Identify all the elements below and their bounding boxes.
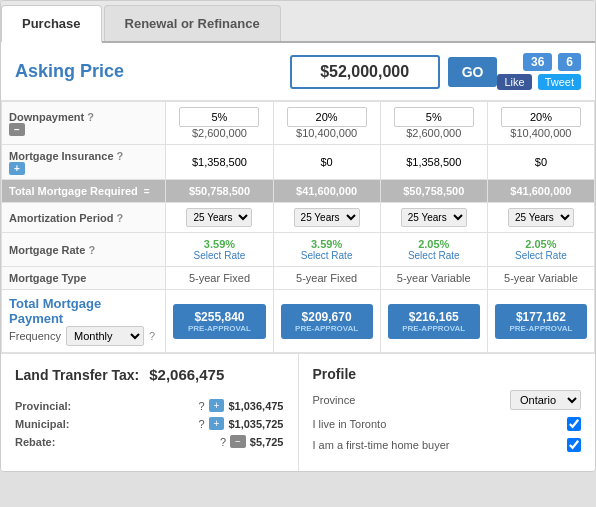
- payment-label: Total Mortgage Payment: [9, 296, 158, 326]
- amort-cell-3: 25 Years30 Years: [380, 203, 487, 233]
- insurance-help-icon[interactable]: ?: [117, 150, 124, 162]
- rebate-row: Rebate: ? − $5,725: [15, 435, 284, 448]
- toronto-label: I live in Toronto: [313, 418, 387, 430]
- provincial-plus-icon[interactable]: +: [209, 399, 225, 412]
- select-rate-4[interactable]: Select Rate: [495, 250, 587, 261]
- payment-btn-3[interactable]: $216,165 PRE-APPROVAL: [388, 304, 480, 339]
- frequency-select[interactable]: MonthlyBi-WeeklyWeekly: [66, 326, 144, 346]
- total-payment-row: Total Mortgage Payment Frequency Monthly…: [2, 290, 595, 353]
- social-row-bottom: Like Tweet: [497, 74, 581, 90]
- downpayment-minus-icon[interactable]: −: [9, 123, 25, 136]
- firsttime-row: I am a first-time home buyer: [313, 438, 582, 452]
- rate-value-2: 3.59%: [281, 238, 373, 250]
- municipal-help-icon[interactable]: ?: [198, 418, 204, 430]
- payment-btn-4[interactable]: $177,162 PRE-APPROVAL: [495, 304, 587, 339]
- select-rate-2[interactable]: Select Rate: [281, 250, 373, 261]
- downpayment-help-icon[interactable]: ?: [87, 111, 94, 123]
- rate-cell-2: 3.59% Select Rate: [273, 233, 380, 267]
- tab-renewal[interactable]: Renewal or Refinance: [104, 5, 281, 41]
- downpayment-amount-4: $10,400,000: [495, 127, 587, 139]
- rate-cell-3: 2.05% Select Rate: [380, 233, 487, 267]
- social-area: 36 6 Like Tweet: [497, 53, 581, 90]
- downpayment-amount-2: $10,400,000: [281, 127, 373, 139]
- type-cell-4: 5-year Variable: [487, 267, 594, 290]
- insurance-cell-2: $0: [273, 145, 380, 180]
- firsttime-label: I am a first-time home buyer: [313, 439, 450, 451]
- downpayment-pct-4[interactable]: [501, 107, 581, 127]
- toronto-checkbox[interactable]: [567, 417, 581, 431]
- freq-help-icon[interactable]: ?: [149, 330, 155, 342]
- main-content: Asking Price GO 36 6 Like Tweet: [1, 43, 595, 471]
- land-transfer-title: Land Transfer Tax:: [15, 367, 139, 383]
- payment-btn-1[interactable]: $255,840 PRE-APPROVAL: [173, 304, 265, 339]
- mortgage-rate-row: Mortgage Rate ? 3.59% Select Rate 3.59% …: [2, 233, 595, 267]
- pre-approval-1: PRE-APPROVAL: [177, 324, 261, 333]
- like-count: 36: [523, 53, 552, 71]
- amort-select-4[interactable]: 25 Years30 Years: [508, 208, 574, 227]
- rate-cell-4: 2.05% Select Rate: [487, 233, 594, 267]
- municipal-plus-icon[interactable]: +: [209, 417, 225, 430]
- payment-cell-2: $209,670 PRE-APPROVAL: [273, 290, 380, 353]
- rebate-help-icon[interactable]: ?: [220, 436, 226, 448]
- type-cell-3: 5-year Variable: [380, 267, 487, 290]
- province-row: Province OntarioQuebecBC: [313, 390, 582, 410]
- provincial-label: Provincial:: [15, 400, 194, 412]
- tweet-button[interactable]: Tweet: [538, 74, 581, 90]
- tab-purchase[interactable]: Purchase: [1, 5, 102, 43]
- downpayment-pct-3[interactable]: [394, 107, 474, 127]
- rate-value-3: 2.05%: [388, 238, 480, 250]
- amort-cell-1: 25 Years30 Years: [166, 203, 273, 233]
- downpayment-cell-1: $2,600,000: [166, 102, 273, 145]
- downpayment-cell-3: $2,600,000: [380, 102, 487, 145]
- payment-label-cell: Total Mortgage Payment Frequency Monthly…: [2, 290, 166, 353]
- total-mortgage-cell-3: $50,758,500: [380, 180, 487, 203]
- profile-title: Profile: [313, 366, 582, 382]
- tweet-count: 6: [558, 53, 581, 71]
- like-button[interactable]: Like: [497, 74, 531, 90]
- municipal-row: Municipal: ? + $1,035,725: [15, 417, 284, 430]
- go-button[interactable]: GO: [448, 57, 498, 87]
- bottom-section: Land Transfer Tax: $2,066,475 Provincial…: [1, 353, 595, 471]
- asking-price-input[interactable]: [290, 55, 440, 89]
- calculator-container: Purchase Renewal or Refinance Asking Pri…: [0, 0, 596, 472]
- total-mortgage-cell-4: $41,600,000: [487, 180, 594, 203]
- amortization-help-icon[interactable]: ?: [117, 212, 124, 224]
- mortgage-insurance-row: Mortgage Insurance ? + $1,358,500 $0 $1,…: [2, 145, 595, 180]
- payment-btn-2[interactable]: $209,670 PRE-APPROVAL: [281, 304, 373, 339]
- insurance-plus-icon[interactable]: +: [9, 162, 25, 175]
- provincial-help-icon[interactable]: ?: [198, 400, 204, 412]
- asking-price-label: Asking Price: [15, 61, 290, 82]
- amort-select-3[interactable]: 25 Years30 Years: [401, 208, 467, 227]
- province-label: Province: [313, 394, 356, 406]
- total-mortgage-cell-1: $50,758,500: [166, 180, 273, 203]
- downpayment-amount-3: $2,600,000: [388, 127, 480, 139]
- rebate-value: $5,725: [250, 436, 284, 448]
- type-cell-2: 5-year Fixed: [273, 267, 380, 290]
- payment-cell-4: $177,162 PRE-APPROVAL: [487, 290, 594, 353]
- firsttime-checkbox[interactable]: [567, 438, 581, 452]
- social-row-top: 36 6: [523, 53, 581, 71]
- amort-select-2[interactable]: 25 Years30 Years: [294, 208, 360, 227]
- pre-approval-3: PRE-APPROVAL: [392, 324, 476, 333]
- amort-select-1[interactable]: 25 Years30 Years: [186, 208, 252, 227]
- municipal-label: Municipal:: [15, 418, 194, 430]
- municipal-value: $1,035,725: [228, 418, 283, 430]
- downpayment-cell-2: $10,400,000: [273, 102, 380, 145]
- insurance-cell-3: $1,358,500: [380, 145, 487, 180]
- downpayment-cell-4: $10,400,000: [487, 102, 594, 145]
- downpayment-pct-1[interactable]: [179, 107, 259, 127]
- payment-cell-1: $255,840 PRE-APPROVAL: [166, 290, 273, 353]
- province-select[interactable]: OntarioQuebecBC: [510, 390, 581, 410]
- rebate-minus-icon[interactable]: −: [230, 435, 246, 448]
- total-equals-icon: =: [144, 186, 150, 197]
- select-rate-3[interactable]: Select Rate: [388, 250, 480, 261]
- select-rate-1[interactable]: Select Rate: [173, 250, 265, 261]
- rate-value-4: 2.05%: [495, 238, 587, 250]
- rate-help-icon[interactable]: ?: [88, 244, 95, 256]
- downpayment-pct-2[interactable]: [287, 107, 367, 127]
- amort-cell-2: 25 Years30 Years: [273, 203, 380, 233]
- profile-panel: Profile Province OntarioQuebecBC I live …: [299, 354, 596, 471]
- rate-value-1: 3.59%: [173, 238, 265, 250]
- freq-label: Frequency: [9, 330, 61, 342]
- type-cell-1: 5-year Fixed: [166, 267, 273, 290]
